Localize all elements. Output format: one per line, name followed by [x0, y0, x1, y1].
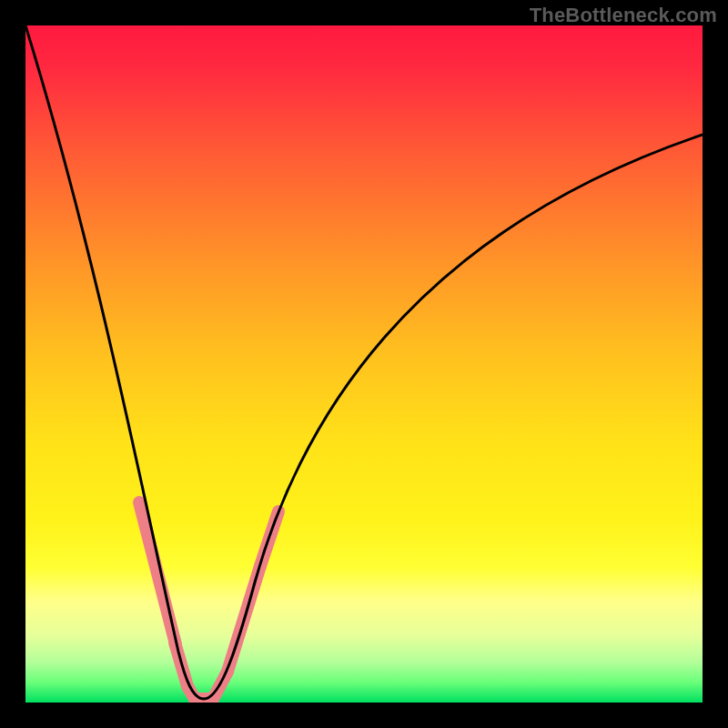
bottleneck-curve [25, 25, 703, 699]
chart-frame: TheBottleneck.com [0, 0, 728, 728]
pink-highlight-group [139, 502, 278, 699]
watermark-text: TheBottleneck.com [530, 4, 717, 27]
plot-area [25, 25, 703, 703]
pink-segment-0 [139, 502, 176, 644]
curve-layer [25, 25, 703, 703]
